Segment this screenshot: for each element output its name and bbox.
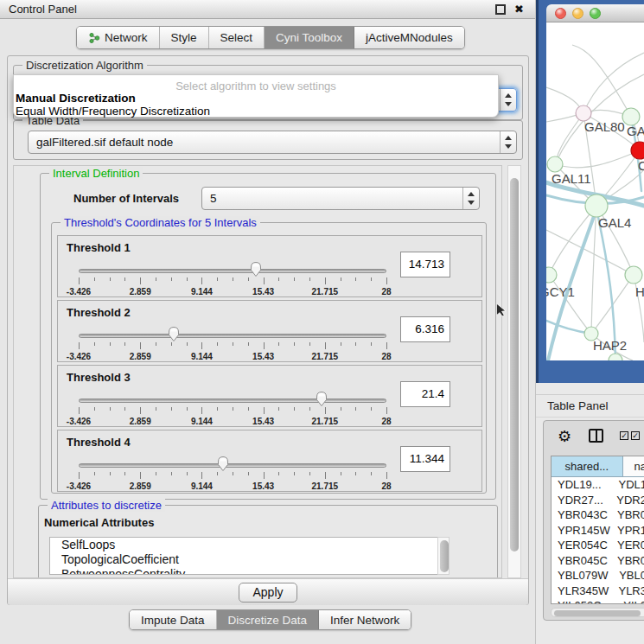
tick-label: 2.859 <box>130 481 151 491</box>
checkbox-icon[interactable]: ✓ <box>631 431 640 440</box>
dropdown-option-equal-width[interactable]: Equal Width/Frequency Discretization <box>16 105 494 118</box>
cell-shared-name[interactable]: YLR345W <box>552 583 615 599</box>
settings-vertical-scrollbar[interactable] <box>507 165 521 578</box>
minimize-traffic-light-icon[interactable] <box>572 8 583 19</box>
table-data-combobox[interactable]: galFiltered.sif default node <box>28 131 517 154</box>
tab-impute-data[interactable]: Impute Data <box>130 610 217 629</box>
apply-button[interactable]: Apply <box>239 583 297 603</box>
tick-label: 15.43 <box>252 352 274 361</box>
slider-track[interactable] <box>79 269 386 273</box>
network-node-gal4[interactable] <box>585 194 608 217</box>
scrollbar-thumb[interactable] <box>440 540 449 572</box>
tab-cyni-toolbox[interactable]: Cyni Toolbox <box>265 27 354 48</box>
tick-mark <box>124 277 125 281</box>
tab-style[interactable]: Style <box>160 27 209 48</box>
combo-arrows-icon[interactable] <box>500 89 516 111</box>
table-row[interactable]: YIL052CYIL0 <box>552 598 644 604</box>
settings-scroll-viewport: Interval Definition Number of Intervals … <box>13 165 502 578</box>
tick-mark <box>309 472 310 475</box>
threshold-slider[interactable]: -3.4262.8599.14415.4321.71528 <box>79 388 386 424</box>
close-traffic-light-icon[interactable] <box>555 8 566 19</box>
threshold-slider[interactable]: -3.4262.8599.14415.4321.71528 <box>79 258 386 295</box>
network-node-ga[interactable] <box>622 108 640 125</box>
network-canvas[interactable]: GAL80GACGAL11GAL4GCY1HHAP2 <box>546 22 644 360</box>
network-node-h[interactable] <box>625 266 642 284</box>
table-row[interactable]: YBL079WYBL0 <box>552 568 644 583</box>
tick-mark <box>171 472 172 475</box>
attribute-list-item[interactable]: TopologicalCoefficient <box>50 552 448 567</box>
tab-discretize-data[interactable]: Discretize Data <box>217 610 320 629</box>
slider-track[interactable] <box>79 463 386 468</box>
threshold-slider[interactable]: -3.4262.8599.14415.4321.71528 <box>79 453 386 489</box>
table-row[interactable]: YBR043CYBR0 <box>552 507 644 523</box>
checkbox-icon[interactable]: ✓ <box>620 431 628 440</box>
attribute-list-item[interactable]: BetweennessCentrality <box>50 567 448 575</box>
table-row[interactable]: YLR345WYLR3 <box>552 583 644 599</box>
scrollbar-thumb[interactable] <box>554 610 641 616</box>
slider-track[interactable] <box>79 399 386 403</box>
scrollbar-thumb[interactable] <box>510 178 519 552</box>
slider-thumb[interactable] <box>315 391 328 407</box>
cell-shared-name[interactable]: YBR043C <box>552 507 614 523</box>
network-edge[interactable] <box>546 230 634 275</box>
cell-shared-name[interactable]: YBL079W <box>552 568 615 583</box>
attributes-list-scrollbar[interactable] <box>437 537 450 575</box>
cell-shared-name[interactable]: YBR045C <box>552 553 614 569</box>
cell-name[interactable]: YDL1 <box>615 477 644 493</box>
cell-name[interactable]: YER0 <box>614 538 644 553</box>
network-node-c[interactable] <box>631 142 644 159</box>
network-edge[interactable] <box>549 206 596 275</box>
table-row[interactable]: YER054CYER0 <box>552 538 644 553</box>
cell-shared-name[interactable]: YPR145W <box>552 523 614 539</box>
float-window-icon[interactable] <box>495 4 506 15</box>
tab-select[interactable]: Select <box>209 27 265 48</box>
split-columns-icon[interactable] <box>589 429 603 443</box>
slider-track[interactable] <box>79 334 386 338</box>
threshold-title: Threshold 4 <box>67 436 131 449</box>
network-view-frame: GAL80GACGAL11GAL4GCY1HHAP2 <box>536 0 644 383</box>
table-row[interactable]: YPR145WYPR1 <box>552 523 644 539</box>
cell-name[interactable]: YDR2 <box>613 493 644 508</box>
gear-icon[interactable]: ⚙ <box>558 429 571 444</box>
tab-jactivemnodules[interactable]: jActiveMNodules <box>354 27 464 48</box>
cell-shared-name[interactable]: YER054C <box>552 538 614 553</box>
table-horizontal-scrollbar[interactable] <box>551 608 644 617</box>
threshold-slider[interactable]: -3.4262.8599.14415.4321.71528 <box>79 323 386 360</box>
table-row[interactable]: YDR27...YDR2 <box>552 493 644 508</box>
cell-shared-name[interactable]: YDR27... <box>552 493 613 508</box>
cell-shared-name[interactable]: YIL052C <box>552 598 620 604</box>
cell-name[interactable]: YPR1 <box>614 523 644 539</box>
cell-name[interactable]: YBR0 <box>614 507 644 523</box>
combo-arrows-icon[interactable] <box>462 188 479 209</box>
slider-thumb[interactable] <box>167 326 181 342</box>
column-header-name[interactable]: na <box>623 456 644 476</box>
dropdown-option-manual[interactable]: Manual Discretization <box>16 92 494 105</box>
network-node-gcy1[interactable] <box>546 267 557 283</box>
tab-network[interactable]: Network <box>77 27 160 48</box>
close-icon[interactable]: ✖ <box>514 4 525 15</box>
cell-shared-name[interactable]: YDL19... <box>552 477 615 493</box>
slider-thumb[interactable] <box>216 456 230 472</box>
threshold-value-field[interactable]: 14.713 <box>400 252 450 277</box>
tab-infer-network[interactable]: Infer Network <box>319 610 411 629</box>
network-node-gal11[interactable] <box>547 156 563 172</box>
network-window-titlebar <box>546 4 644 22</box>
threshold-value-field[interactable]: 11.344 <box>400 446 450 472</box>
slider-thumb[interactable] <box>249 261 263 277</box>
cell-name[interactable]: YLR3 <box>615 583 644 599</box>
cell-name[interactable]: YBL0 <box>615 568 644 583</box>
number-of-intervals-combobox[interactable]: 5 <box>201 187 480 210</box>
column-header-shared-name[interactable]: shared... <box>552 456 623 476</box>
combo-arrows-icon[interactable] <box>500 131 516 153</box>
zoom-traffic-light-icon[interactable] <box>590 8 601 19</box>
attribute-list-item[interactable]: SelfLoops <box>50 538 448 552</box>
network-edge[interactable] <box>583 53 644 113</box>
table-row[interactable]: YBR045CYBR0 <box>552 553 644 569</box>
threshold-value-field[interactable]: 6.316 <box>400 316 450 342</box>
cell-name[interactable]: YBR0 <box>614 553 644 569</box>
table-row[interactable]: YDL19...YDL1 <box>552 477 644 493</box>
threshold-value-field[interactable]: 21.4 <box>400 381 450 407</box>
cell-name[interactable]: YIL0 <box>620 598 644 604</box>
tick-mark <box>110 472 111 475</box>
network-edge[interactable] <box>555 150 640 168</box>
